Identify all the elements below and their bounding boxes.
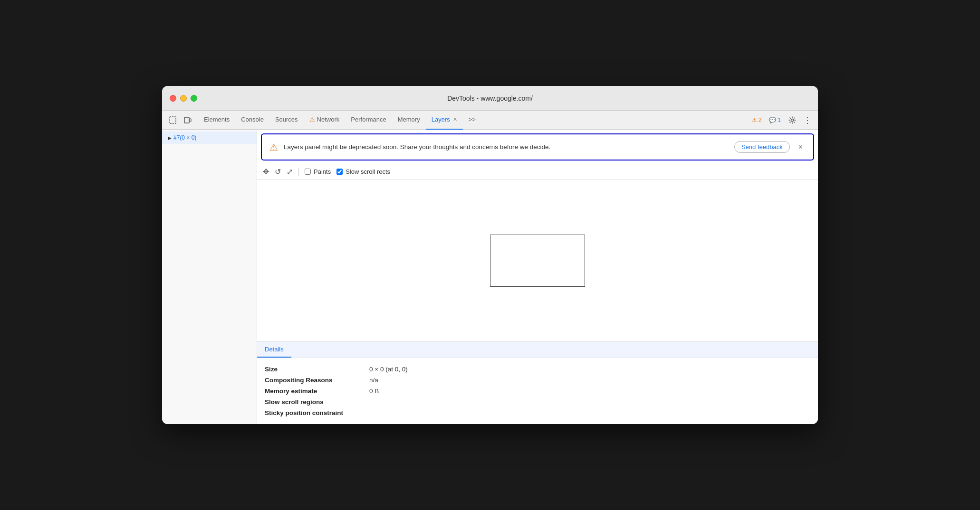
tab-layers[interactable]: Layers ✕ [426, 111, 463, 130]
table-row: Memory estimate 0 B [265, 386, 810, 397]
svg-rect-0 [169, 117, 176, 123]
resize-icon[interactable]: ⤢ [287, 167, 293, 176]
paints-checkbox[interactable] [305, 169, 311, 175]
move-icon[interactable]: ✥ [263, 167, 269, 176]
selector-icon[interactable] [166, 113, 179, 127]
layer-view [257, 179, 818, 342]
tab-performance[interactable]: Performance [345, 111, 392, 130]
tab-memory[interactable]: Memory [392, 111, 426, 130]
tab-overflow[interactable]: >> [463, 111, 481, 130]
table-row: Size 0 × 0 (at 0, 0) [265, 364, 810, 375]
layer-rect [490, 235, 585, 287]
banner-warning-icon: ⚠ [269, 142, 278, 153]
message-badge[interactable]: 💬 1 [766, 116, 784, 124]
details-section: Details [257, 342, 818, 358]
traffic-lights [170, 95, 197, 102]
layers-tab-close[interactable]: ✕ [453, 116, 457, 123]
device-icon[interactable] [181, 113, 194, 127]
tab-icons [166, 113, 194, 127]
table-row: Slow scroll regions [265, 397, 810, 407]
send-feedback-button[interactable]: Send feedback [734, 141, 790, 153]
warning-icon: ⚠ [752, 117, 757, 123]
rotate-icon[interactable]: ↺ [275, 167, 281, 176]
layers-toolbar: ✥ ↺ ⤢ Paints Slow scroll rects [257, 164, 818, 179]
toolbar-separator [298, 168, 299, 176]
tab-sources[interactable]: Sources [269, 111, 304, 130]
banner-text: Layers panel might be deprecated soon. S… [284, 143, 729, 151]
deprecation-banner: ⚠ Layers panel might be deprecated soon.… [261, 133, 814, 161]
tabs-right: ⚠ 2 💬 1 ⋮ [749, 113, 814, 127]
slow-scroll-checkbox-label[interactable]: Slow scroll rects [336, 168, 390, 175]
details-table: Size 0 × 0 (at 0, 0) Compositing Reasons… [257, 358, 818, 424]
devtools-window: DevTools - www.google.com/ Ele [162, 86, 818, 424]
details-tab[interactable]: Details [257, 342, 291, 358]
network-warning-icon: ⚠ [309, 116, 315, 123]
table-row: Sticky position constraint [265, 407, 810, 418]
warning-badge[interactable]: ⚠ 2 [749, 116, 765, 124]
message-icon: 💬 [769, 117, 776, 123]
tab-network[interactable]: ⚠ Network [304, 111, 346, 130]
close-button[interactable] [170, 95, 176, 102]
paints-checkbox-label[interactable]: Paints [305, 168, 331, 175]
svg-rect-1 [184, 117, 189, 123]
minimize-button[interactable] [180, 95, 187, 102]
sidebar-arrow: ▶ [168, 135, 172, 141]
tabs-bar: Elements Console Sources ⚠ Network Perfo… [162, 111, 818, 130]
tab-elements[interactable]: Elements [198, 111, 235, 130]
sidebar: ▶ #7(0 × 0) [162, 130, 257, 424]
devtools-content: ▶ #7(0 × 0) ⚠ Layers panel might be depr… [162, 130, 818, 424]
slow-scroll-checkbox[interactable] [336, 169, 343, 175]
svg-rect-2 [190, 119, 191, 122]
maximize-button[interactable] [191, 95, 197, 102]
banner-close-button[interactable]: × [796, 142, 806, 152]
main-panel: ⚠ Layers panel might be deprecated soon.… [257, 130, 818, 424]
titlebar: DevTools - www.google.com/ [162, 86, 818, 111]
sidebar-item-layer1[interactable]: ▶ #7(0 × 0) [162, 132, 257, 144]
tab-console[interactable]: Console [235, 111, 269, 130]
settings-icon[interactable] [786, 113, 799, 127]
more-options-icon[interactable]: ⋮ [801, 113, 814, 127]
svg-point-3 [791, 119, 794, 121]
window-title: DevTools - www.google.com/ [447, 94, 533, 102]
devtools-body: Elements Console Sources ⚠ Network Perfo… [162, 111, 818, 424]
table-row: Compositing Reasons n/a [265, 375, 810, 386]
